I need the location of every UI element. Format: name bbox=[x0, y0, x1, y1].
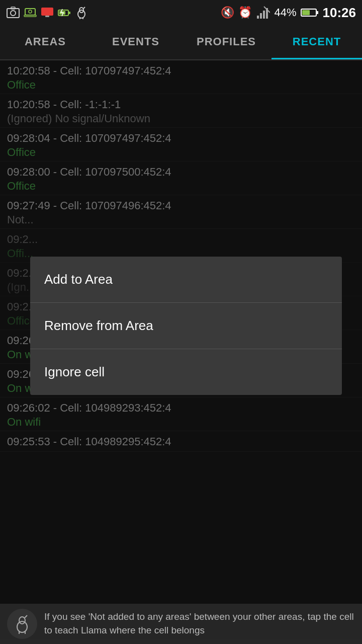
svg-rect-4 bbox=[24, 15, 36, 17]
bottom-bar: If you see 'Not added to any areas' betw… bbox=[0, 604, 362, 644]
status-icons-left bbox=[6, 6, 88, 20]
remove-from-area-button[interactable]: Remove from Area bbox=[30, 303, 342, 349]
battery-charging-icon bbox=[57, 6, 71, 20]
svg-point-1 bbox=[11, 11, 16, 16]
tab-areas[interactable]: AREAS bbox=[0, 25, 90, 59]
status-right: 🔇 ⏰ 44% 10:26 bbox=[221, 5, 356, 21]
svg-rect-10 bbox=[69, 12, 70, 14]
svg-rect-23 bbox=[317, 11, 318, 14]
alarm-icon: ⏰ bbox=[238, 6, 252, 19]
mute-icon: 🔇 bbox=[221, 6, 234, 19]
screen-icon bbox=[40, 6, 54, 20]
status-time: 10:26 bbox=[323, 5, 356, 21]
svg-rect-16 bbox=[257, 16, 259, 19]
svg-point-11 bbox=[78, 10, 85, 18]
ignore-cell-button[interactable]: Ignore cell bbox=[30, 349, 342, 395]
tab-profiles[interactable]: PROFILES bbox=[181, 25, 272, 59]
battery-icon bbox=[301, 8, 319, 18]
svg-point-25 bbox=[19, 617, 25, 624]
tab-events[interactable]: EVENTS bbox=[90, 25, 181, 59]
log-list: 10:20:58 - Cell: 107097497:452:4 Office … bbox=[0, 60, 362, 604]
photo-icon bbox=[6, 6, 20, 20]
llama-bottom-icon bbox=[7, 609, 37, 639]
status-bar: 🔇 ⏰ 44% 10:26 bbox=[0, 0, 362, 25]
svg-rect-17 bbox=[260, 13, 262, 19]
bottom-tooltip-text: If you see 'Not added to any areas' betw… bbox=[44, 610, 355, 637]
laptop-icon bbox=[23, 6, 37, 20]
context-menu: Add to Area Remove from Area Ignore cell bbox=[30, 257, 342, 395]
tab-recent[interactable]: RECENT bbox=[272, 25, 362, 59]
svg-rect-18 bbox=[263, 11, 265, 19]
add-to-area-button[interactable]: Add to Area bbox=[30, 257, 342, 303]
svg-point-24 bbox=[17, 621, 27, 632]
signal-icon bbox=[256, 6, 270, 20]
svg-point-5 bbox=[29, 10, 32, 13]
tab-bar: AREAS EVENTS PROFILES RECENT bbox=[0, 25, 362, 60]
svg-line-28 bbox=[25, 615, 27, 618]
svg-line-15 bbox=[83, 7, 85, 9]
llama-icon bbox=[74, 6, 88, 20]
battery-percent: 44% bbox=[274, 6, 296, 19]
svg-rect-0 bbox=[7, 9, 19, 18]
svg-rect-3 bbox=[25, 9, 35, 15]
svg-rect-6 bbox=[42, 8, 53, 15]
svg-rect-7 bbox=[45, 16, 49, 17]
svg-rect-22 bbox=[302, 10, 310, 15]
